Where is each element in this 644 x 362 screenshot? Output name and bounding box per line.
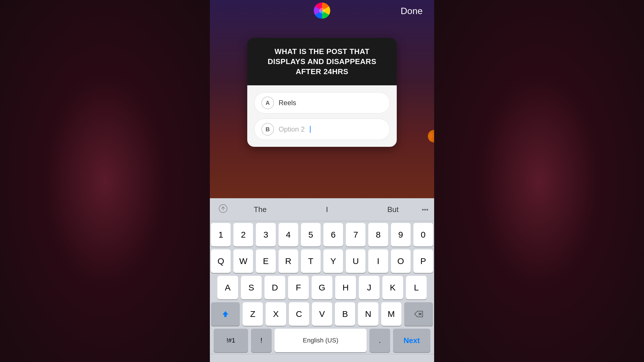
keyboard-row-numbers: 1 2 3 4 5 6 7 8 9 0 — [210, 223, 434, 247]
predictive-word-2[interactable]: I — [320, 203, 334, 216]
key-4[interactable]: 4 — [279, 223, 298, 247]
key-p[interactable]: P — [413, 249, 433, 273]
key-q[interactable]: Q — [211, 249, 231, 273]
key-b[interactable]: B — [335, 302, 355, 326]
option-a-text: Reels — [279, 99, 296, 107]
key-e[interactable]: E — [256, 249, 275, 273]
key-8[interactable]: 8 — [368, 223, 388, 247]
key-w[interactable]: W — [233, 249, 253, 273]
predictive-icon — [210, 203, 236, 216]
key-6[interactable]: 6 — [323, 223, 343, 247]
period-key[interactable]: . — [369, 329, 390, 352]
key-1[interactable]: 1 — [211, 223, 231, 247]
key-n[interactable]: N — [358, 302, 378, 326]
keyboard-area: The | I | But ••• 1 2 3 4 5 6 7 — [210, 198, 434, 362]
key-o[interactable]: O — [391, 249, 411, 273]
key-l[interactable]: L — [406, 276, 427, 299]
space-key[interactable]: English (US) — [275, 329, 367, 352]
phone-container: Done WHAT IS THE POST THAT DISPLAYS AND … — [210, 0, 434, 362]
quiz-option-a[interactable]: A Reels — [254, 92, 390, 113]
key-u[interactable]: U — [346, 249, 365, 273]
shift-button[interactable] — [211, 302, 240, 326]
predictive-more-button[interactable]: ••• — [416, 206, 434, 213]
quiz-option-b[interactable]: B Option 2 — [254, 119, 390, 140]
key-d[interactable]: D — [264, 276, 285, 299]
key-h[interactable]: H — [335, 276, 356, 299]
key-v[interactable]: V — [312, 302, 332, 326]
key-0[interactable]: 0 — [413, 223, 433, 247]
keyboard-row-qwerty: Q W E R T Y U I O P — [210, 249, 434, 273]
option-a-letter: A — [261, 97, 274, 109]
keyboard-rows: 1 2 3 4 5 6 7 8 9 0 Q W E R T — [210, 221, 434, 354]
predictive-word-1[interactable]: The — [248, 203, 273, 216]
predictive-words: The | I | But — [236, 203, 416, 216]
key-m[interactable]: M — [381, 302, 401, 326]
delete-button[interactable] — [404, 302, 433, 326]
key-i[interactable]: I — [368, 249, 388, 273]
top-bar: Done — [210, 0, 434, 21]
quiz-question-area: WHAT IS THE POST THAT DISPLAYS AND DISAP… — [247, 38, 397, 85]
exclamation-key[interactable]: ! — [251, 329, 272, 352]
predictive-bar: The | I | But ••• — [210, 198, 434, 221]
predictive-word-3[interactable]: But — [382, 203, 404, 216]
story-content: WHAT IS THE POST THAT DISPLAYS AND DISAP… — [210, 21, 434, 198]
key-3[interactable]: 3 — [256, 223, 275, 247]
color-wheel-icon — [313, 2, 331, 19]
background-left — [0, 0, 210, 362]
numbers-toggle-button[interactable]: !#1 — [214, 329, 248, 352]
quiz-question-text: WHAT IS THE POST THAT DISPLAYS AND DISAP… — [268, 47, 376, 76]
key-2[interactable]: 2 — [233, 223, 253, 247]
key-f[interactable]: F — [288, 276, 309, 299]
background-right — [434, 0, 644, 362]
keyboard-row-asdf: A S D F G H J K L — [210, 276, 434, 299]
quiz-options-area: A Reels B Option 2 — [247, 85, 397, 147]
done-button[interactable]: Done — [401, 6, 423, 16]
quiz-card-wrapper: WHAT IS THE POST THAT DISPLAYS AND DISAP… — [210, 21, 434, 147]
quiz-card: WHAT IS THE POST THAT DISPLAYS AND DISAP… — [247, 38, 397, 147]
key-x[interactable]: X — [266, 302, 286, 326]
text-cursor — [310, 126, 310, 133]
key-k[interactable]: K — [382, 276, 403, 299]
story-area: Done WHAT IS THE POST THAT DISPLAYS AND … — [210, 0, 434, 198]
keyboard-row-zxcv: Z X C V B N M — [210, 302, 434, 326]
key-z[interactable]: Z — [243, 302, 263, 326]
key-7[interactable]: 7 — [346, 223, 365, 247]
key-9[interactable]: 9 — [391, 223, 411, 247]
svg-point-2 — [319, 8, 325, 14]
next-button[interactable]: Next — [393, 329, 430, 352]
key-y[interactable]: Y — [323, 249, 343, 273]
option-b-placeholder: Option 2 — [279, 125, 305, 133]
key-c[interactable]: C — [289, 302, 309, 326]
key-g[interactable]: G — [312, 276, 332, 299]
keyboard-row-bottom: !#1 ! English (US) . Next — [210, 329, 434, 352]
key-j[interactable]: J — [359, 276, 379, 299]
color-wheel-container — [313, 2, 331, 20]
key-r[interactable]: R — [279, 249, 298, 273]
key-a[interactable]: A — [217, 276, 238, 299]
key-s[interactable]: S — [241, 276, 262, 299]
option-b-letter: B — [261, 123, 274, 136]
bottom-nav: ||| ○ ∨ — [210, 354, 434, 362]
key-5[interactable]: 5 — [301, 223, 321, 247]
key-t[interactable]: T — [301, 249, 321, 273]
